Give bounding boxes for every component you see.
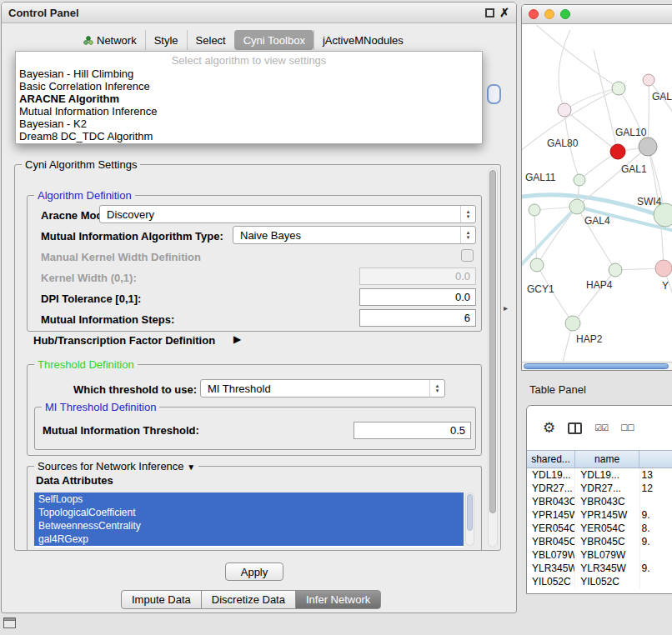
algorithm-option-aracne-algorithm[interactable]: ARACNE Algorithm [16,92,482,105]
network-node-pink[interactable] [655,260,672,277]
collapsed-arrow-icon[interactable]: ▶ [233,333,241,345]
bottom-tab-infer-network[interactable]: Infer Network [295,590,381,609]
close-traffic-light-icon[interactable] [529,9,539,19]
network-node-hap4[interactable] [609,263,622,277]
algorithm-dropdown: Select algorithm to view settings Bayesi… [15,51,483,144]
column-header-2[interactable] [639,451,672,468]
algorithm-option-basic-correlation-inference[interactable]: Basic Correlation Inference [16,80,482,92]
network-edge[interactable] [573,270,615,323]
table-cell: YBL079W [527,548,575,562]
network-edge[interactable] [648,80,649,147]
table-row[interactable]: YBR045CYBR045C9. [527,535,672,548]
column-header-shared[interactable]: shared... [527,451,575,468]
expanded-arrow-icon[interactable]: ▼ [187,462,195,472]
tab-jactivemnodules[interactable]: jActiveMNodules [313,30,412,50]
help-button[interactable] [487,84,501,104]
sources-title[interactable]: Sources for Network Inference ▼ [34,460,198,472]
network-edge[interactable] [594,50,618,152]
table-row[interactable]: YPR145WYPR145W9. [527,508,672,522]
algorithm-option-mutual-information-inference[interactable]: Mutual Information Inference [16,105,482,118]
network-horizontal-scrollbar[interactable] [522,362,672,370]
node-label-gal80: GAL80 [547,138,579,149]
network-edge[interactable] [564,88,619,110]
network-node-gal80[interactable] [558,103,571,117]
attribute-item-topologicalcoefficient[interactable]: TopologicalCoefficient [34,506,464,519]
minimize-traffic-light-icon[interactable] [544,9,554,19]
network-edge[interactable] [649,80,672,138]
table-cell: YBR043C [575,495,639,508]
network-node-gal10[interactable] [610,144,625,159]
network-node-left[interactable] [529,204,540,216]
table-cell: YER054C [527,522,575,535]
select-all-icon[interactable]: ☑☑ [594,423,608,432]
algorithm-option-dream8-dc-tdc-algorithm[interactable]: Dream8 DC_TDC Algorithm [16,130,482,142]
tab-select[interactable]: Select [187,30,234,50]
table-row[interactable]: YDR27...YDR27...12 [527,482,672,495]
network-node-mid[interactable] [574,174,585,186]
bottom-tab-impute-data[interactable]: Impute Data [121,590,202,609]
network-edge[interactable] [529,25,619,88]
which-threshold-combo[interactable]: MI Threshold ▲▼ [200,379,445,398]
minimized-panel-icon[interactable] [3,618,16,628]
table-row[interactable]: YDL19...YDL19...13 [527,468,672,482]
dpi-tolerance-field[interactable]: 0.0 [359,288,476,306]
panel-collapse-handle-icon[interactable]: ▸ [504,303,508,312]
mi-threshold-field[interactable]: 0.5 [354,422,471,439]
table-row[interactable]: YER054CYER054C8. [527,522,672,535]
gear-icon[interactable]: ⚙ [543,419,555,437]
table-row[interactable]: YIL052CYIL052C [527,575,672,588]
table-row[interactable]: YBL079WYBL079W [527,548,672,562]
network-edge[interactable] [537,207,577,265]
network-node-top-right[interactable] [643,74,654,86]
table-cell: YIL052C [575,575,639,588]
network-canvas-holder[interactable]: GALGAL80GAL10GAL11GAL1SWI4GAL4GCY1HAP4YH… [522,25,672,370]
zoom-traffic-light-icon[interactable] [560,9,570,19]
table-row[interactable]: YBR043CYBR043C [527,495,672,508]
float-window-icon[interactable] [485,8,494,18]
network-node-hap2[interactable] [565,316,580,331]
apply-button[interactable]: Apply [225,562,283,581]
table-row[interactable]: YLR345WYLR345W9. [527,562,672,575]
settings-scrollbar-thumb[interactable] [489,170,496,513]
bottom-tab-discretize-data[interactable]: Discretize Data [201,590,296,609]
mi-algorithm-type-combo[interactable]: Naive Bayes ▲▼ [233,226,476,244]
column-header-name[interactable]: name [575,451,639,468]
columns-icon[interactable] [568,422,582,434]
sources-title-text: Sources for Network Inference [38,460,184,472]
network-node-top-green[interactable] [612,82,625,95]
network-graph[interactable]: GALGAL80GAL10GAL11GAL1SWI4GAL4GCY1HAP4YH… [522,25,672,371]
table-cell [640,495,672,508]
network-node-gcy1[interactable] [530,258,544,272]
network-edge[interactable] [559,30,570,110]
hub-section-label[interactable]: Hub/Transcription Factor Definition [33,334,215,347]
table-panel-window: ⚙ ☑☑ ☐☐ shared...name YDL19...YDL19...13… [526,405,672,594]
tab-cyni-toolbox[interactable]: Cyni Toolbox [234,30,313,50]
attribute-item-gal4rgexp[interactable]: gal4RGexp [34,532,464,546]
table-cell: YBL079W [575,548,639,562]
settings-scrollbar[interactable] [488,168,498,548]
deselect-all-icon[interactable]: ☐☐ [620,423,634,432]
network-window-titlebar[interactable] [522,5,672,24]
table-cell [640,548,672,562]
attribute-item-selfloops[interactable]: SelfLoops [34,492,464,506]
mi-steps-field[interactable]: 6 [359,309,476,327]
attribute-item-betweennesscentrality[interactable]: BetweennessCentrality [34,519,464,532]
algorithm-option-bayesian-k2[interactable]: Bayesian - K2 [16,118,482,130]
mi-threshold-group-title: MI Threshold Definition [42,401,159,413]
tab-label: jActiveMNodules [323,34,404,47]
manual-kernel-checkbox[interactable] [461,249,474,262]
control-panel-titlebar[interactable]: Control Panel ✗ [2,2,516,23]
table-cell: YLR345W [575,562,639,575]
network-edge[interactable] [534,210,537,265]
close-icon[interactable]: ✗ [499,6,509,19]
attribute-list-scrollbar-thumb[interactable] [467,494,473,531]
network-hscroll-thumb[interactable] [524,363,669,369]
network-node-gal4[interactable] [569,199,584,214]
network-edge[interactable] [664,268,672,332]
attribute-list-scrollbar[interactable] [465,492,474,546]
network-node-gray[interactable] [639,138,657,156]
algorithm-option-bayesian-hill-climbing[interactable]: Bayesian - Hill Climbing [16,68,482,80]
tab-style[interactable]: Style [145,30,187,50]
aracne-mode-combo[interactable]: Discovery ▲▼ [99,205,476,223]
tab-network[interactable]: Network [75,30,145,50]
